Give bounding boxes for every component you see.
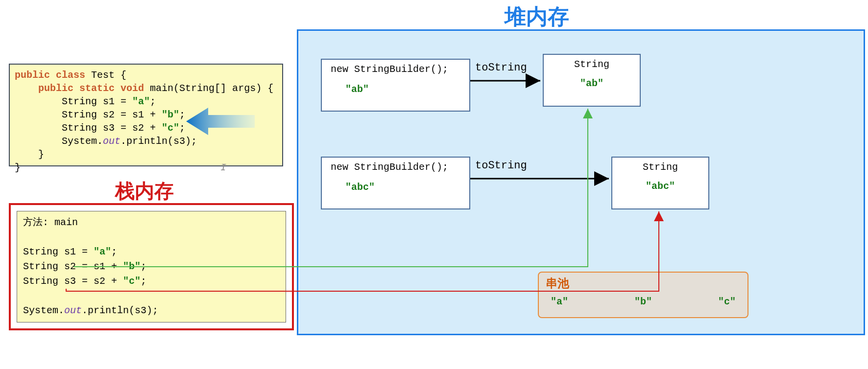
- str: "c": [123, 276, 141, 287]
- obj-title: new StringBuilder();: [331, 64, 463, 75]
- text-cursor-icon: I: [220, 162, 226, 173]
- txt: ;: [111, 246, 117, 257]
- str: "c": [162, 122, 179, 134]
- txt: ;: [179, 109, 185, 120]
- stack-memory-box: 方法: main String s1 = "a"; String s2 = s1…: [9, 203, 294, 330]
- str: "b": [123, 261, 141, 272]
- tostring-label-2: toString: [475, 160, 527, 172]
- pool-item: "b": [634, 296, 652, 307]
- kw: class: [56, 69, 85, 81]
- txt: ;: [179, 122, 185, 134]
- txt: String s2 = s1 +: [15, 109, 162, 120]
- txt: Test {: [85, 69, 126, 81]
- obj-value: "abc": [331, 182, 463, 193]
- kw: static: [79, 83, 115, 94]
- txt: ;: [141, 261, 146, 272]
- pool-items: "a" "b" "c": [546, 296, 741, 307]
- tostring-label-1: toString: [475, 62, 527, 74]
- str: "b": [162, 109, 179, 120]
- txt: String s3 = s2 +: [23, 276, 123, 287]
- obj-title: String: [618, 161, 702, 173]
- txt: String s2 = s1 +: [23, 261, 123, 272]
- txt: }: [15, 162, 21, 173]
- svg-marker-0: [186, 108, 255, 135]
- kw: public: [15, 69, 50, 81]
- obj-value: "abc": [618, 181, 702, 192]
- txt: }: [15, 149, 44, 160]
- obj-value: "ab": [331, 84, 463, 95]
- txt: String s1 =: [15, 96, 132, 107]
- out: out: [64, 305, 82, 316]
- kw: void: [121, 83, 144, 94]
- out: out: [103, 136, 121, 147]
- str: "a": [94, 246, 111, 257]
- txt: .println(s3);: [121, 136, 197, 147]
- obj-title: new StringBuilder();: [331, 161, 463, 173]
- txt: .println(s3);: [82, 305, 158, 316]
- pool-item: "a": [551, 296, 568, 307]
- stack-frame: 方法: main String s1 = "a"; String s2 = s1…: [17, 211, 286, 323]
- string-pool-box: 串池 "a" "b" "c": [538, 272, 748, 318]
- stack-title: 栈内存: [115, 178, 174, 205]
- txt: System.: [15, 136, 103, 147]
- pool-item: "c": [718, 296, 736, 307]
- txt: System.: [23, 305, 64, 316]
- kw: public: [38, 83, 73, 94]
- obj-value: "ab": [550, 78, 634, 89]
- heap-title: 堆内存: [505, 2, 569, 31]
- string-box-1: String "ab": [543, 54, 641, 107]
- pointer-arrow-icon: [186, 107, 255, 136]
- txt: ;: [141, 276, 146, 287]
- txt: String s1 =: [23, 246, 94, 257]
- txt: main(String[] args) {: [144, 83, 273, 94]
- txt: String s3 = s2 +: [15, 122, 162, 134]
- stringbuilder-box-1: new StringBuilder(); "ab": [321, 59, 470, 112]
- txt: ;: [150, 96, 156, 107]
- string-box-2: String "abc": [611, 157, 709, 209]
- method-label: 方法: main: [23, 217, 78, 228]
- obj-title: String: [550, 59, 634, 70]
- str: "a": [132, 96, 150, 107]
- pool-title: 串池: [546, 276, 741, 291]
- stringbuilder-box-2: new StringBuilder(); "abc": [321, 157, 470, 209]
